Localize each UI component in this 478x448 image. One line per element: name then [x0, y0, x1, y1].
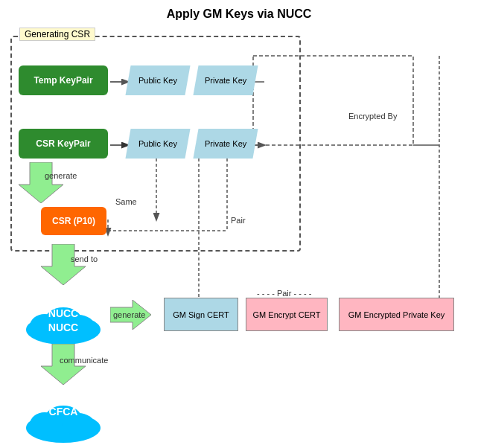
private-key-2: Private Key — [193, 129, 258, 159]
page-title: Apply GM Keys via NUCC — [0, 0, 478, 27]
private-key-1: Private Key — [193, 65, 258, 95]
svg-text:NUCC: NUCC — [48, 321, 78, 333]
encrypted-by-label: Encrypted By — [348, 112, 397, 121]
gm-encrypt-cert-box: GM Encrypt CERT — [246, 298, 328, 331]
public-key-1: Public Key — [125, 65, 190, 95]
send-to-arrow — [41, 244, 115, 285]
gm-sign-cert-box: GM Sign CERT — [164, 298, 238, 331]
pair-label-1: Pair — [231, 216, 246, 225]
generate-label-2: generate — [113, 310, 145, 319]
diagram-container: Apply GM Keys via NUCC — [0, 0, 478, 448]
communicate-label: communicate — [60, 356, 108, 365]
csr-section-label: Generating CSR — [19, 28, 95, 41]
generate-label-1: generate — [45, 171, 77, 180]
svg-point-28 — [62, 413, 95, 435]
nucc-cloud: NUCC NUCC — [22, 292, 104, 348]
public-key-2: Public Key — [125, 129, 190, 159]
svg-marker-17 — [41, 244, 86, 285]
send-to-label: send to — [71, 255, 98, 263]
csr-keypair-button[interactable]: CSR KeyPair — [19, 129, 108, 159]
svg-marker-16 — [19, 162, 63, 203]
same-label: Same — [115, 197, 137, 206]
gm-encrypted-private-key-box: GM Encrypted Private Key — [339, 298, 454, 331]
temp-keypair-button[interactable]: Temp KeyPair — [19, 65, 108, 95]
pair-label-2: - - - - Pair - - - - — [257, 289, 311, 298]
cfca-cloud: CFCA — [22, 391, 104, 446]
csr-p10-box: CSR (P10) — [41, 207, 106, 235]
generate-arrow-1 — [19, 162, 93, 203]
